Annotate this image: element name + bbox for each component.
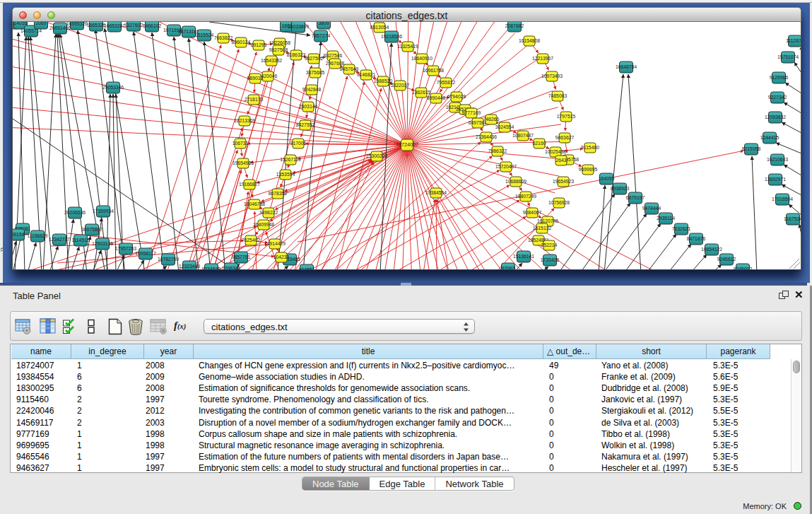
svg-text:2718170: 2718170	[245, 97, 264, 102]
svg-text:19384554: 19384554	[425, 190, 447, 195]
svg-text:746266: 746266	[483, 117, 500, 122]
svg-text:6794028: 6794028	[447, 94, 466, 99]
svg-text:7663822: 7663822	[214, 35, 233, 40]
svg-text:17957253: 17957253	[115, 246, 136, 251]
svg-text:106731: 106731	[233, 141, 249, 146]
svg-text:19166827: 19166827	[239, 182, 260, 187]
svg-text:3624554: 3624554	[495, 124, 514, 129]
svg-text:16648784: 16648784	[616, 64, 637, 69]
svg-text:104233: 104233	[273, 255, 290, 259]
svg-text:10046788: 10046788	[244, 201, 265, 206]
svg-text:10654122: 10654122	[701, 247, 722, 252]
svg-text:8186323: 8186323	[287, 52, 306, 57]
svg-text:15136141: 15136141	[513, 254, 534, 259]
svg-text:1733426: 1733426	[541, 257, 560, 262]
svg-text:97063: 97063	[502, 266, 515, 269]
svg-text:164095: 164095	[599, 176, 615, 181]
svg-text:17359934: 17359934	[93, 209, 114, 214]
svg-text:15751074: 15751074	[777, 54, 799, 59]
svg-text:917006: 917006	[290, 141, 307, 146]
svg-text:9463627: 9463627	[555, 135, 575, 140]
svg-text:10025438: 10025438	[545, 149, 566, 154]
svg-text:8990448: 8990448	[427, 95, 446, 100]
svg-text:1167534: 1167534	[784, 216, 801, 221]
svg-text:1665326: 1665326	[87, 23, 106, 28]
svg-text:2935114: 2935114	[657, 216, 675, 221]
svg-text:16653267: 16653267	[104, 23, 125, 28]
svg-text:18226058: 18226058	[269, 40, 290, 45]
svg-text:18640910: 18640910	[411, 56, 433, 61]
svg-text:2643: 2643	[555, 158, 566, 163]
svg-text:9115460: 9115460	[581, 145, 599, 150]
svg-text:10958117: 10958117	[135, 251, 156, 256]
svg-text:2087682: 2087682	[505, 23, 524, 28]
svg-text:9084067: 9084067	[523, 210, 542, 215]
svg-text:8813054: 8813054	[370, 25, 389, 30]
svg-text:1706344: 1706344	[222, 266, 241, 269]
svg-text:11156829: 11156829	[27, 233, 47, 238]
svg-text:9699695: 9699695	[579, 167, 598, 172]
svg-text:12213369: 12213369	[234, 118, 255, 123]
svg-text:8678352: 8678352	[269, 191, 288, 196]
svg-text:3809: 3809	[318, 22, 329, 25]
svg-text:12342737: 12342737	[49, 237, 70, 242]
svg-text:19218506: 19218506	[381, 34, 402, 39]
svg-text:10756928: 10756928	[548, 200, 570, 205]
svg-text:18724007: 18724007	[396, 141, 418, 148]
svg-text:12093832: 12093832	[765, 115, 786, 119]
svg-text:9327546: 9327546	[324, 53, 343, 58]
svg-text:9146821: 9146821	[357, 72, 376, 77]
svg-text:16120746: 16120746	[537, 218, 558, 223]
svg-text:16409948: 16409948	[253, 222, 274, 227]
svg-text:9242848: 9242848	[302, 87, 322, 92]
svg-text:1114519: 1114519	[71, 238, 90, 243]
svg-text:20691406: 20691406	[49, 25, 71, 30]
svg-text:21364436: 21364436	[476, 134, 497, 139]
svg-text:12323448: 12323448	[179, 264, 200, 269]
svg-text:10973493: 10973493	[541, 74, 563, 78]
svg-text:9857791: 9857791	[232, 255, 251, 259]
svg-text:20206536: 20206536	[64, 210, 86, 215]
svg-text:1244415: 1244415	[760, 135, 779, 140]
svg-text:7857274: 7857274	[312, 33, 331, 38]
svg-text:904551: 904551	[299, 267, 315, 269]
svg-text:2069: 2069	[35, 22, 46, 25]
svg-text:9227342: 9227342	[768, 95, 787, 100]
svg-text:1797515: 1797515	[557, 114, 576, 119]
svg-text:9234648: 9234648	[202, 267, 221, 269]
svg-text:62160: 62160	[533, 141, 546, 146]
svg-text:891295: 891295	[251, 42, 267, 47]
svg-text:7986322: 7986322	[488, 148, 507, 153]
svg-text:2803144: 2803144	[299, 104, 318, 109]
svg-text:989013: 989013	[247, 76, 264, 81]
svg-text:19654985: 19654985	[233, 160, 254, 165]
svg-text:10807487: 10807487	[512, 133, 534, 138]
svg-text:8471676: 8471676	[687, 236, 706, 241]
svg-text:15720407: 15720407	[495, 164, 517, 169]
svg-text:9245012: 9245012	[734, 267, 753, 269]
svg-text:8960124: 8960124	[232, 40, 251, 45]
svg-text:7485063: 7485063	[548, 93, 567, 98]
svg-text:19654923: 19654923	[553, 179, 574, 184]
svg-text:16154808: 16154808	[519, 38, 540, 43]
svg-text:3875685: 3875685	[306, 70, 325, 75]
svg-text:25300203: 25300203	[366, 153, 387, 158]
svg-text:9777169: 9777169	[462, 110, 481, 115]
svg-text:7625402: 7625402	[242, 238, 261, 243]
svg-text:252214: 252214	[541, 243, 558, 247]
svg-text:29053346: 29053346	[102, 85, 124, 90]
svg-text:5322037: 5322037	[391, 83, 410, 88]
svg-text:11325419: 11325419	[397, 44, 418, 49]
svg-text:30975867: 30975867	[81, 227, 102, 232]
svg-text:12213967: 12213967	[532, 56, 553, 61]
svg-text:12503135: 12503135	[92, 241, 113, 246]
svg-text:6879197: 6879197	[626, 195, 645, 200]
svg-text:1615132: 1615132	[533, 226, 552, 230]
svg-text:1353594: 1353594	[276, 172, 295, 177]
svg-text:16782759: 16782759	[158, 257, 179, 262]
svg-text:8938923: 8938923	[611, 186, 630, 191]
svg-text:9129966: 9129966	[770, 75, 789, 80]
svg-text:8457649: 8457649	[340, 66, 359, 71]
svg-text:7955812: 7955812	[437, 80, 456, 85]
svg-text:16955326: 16955326	[66, 22, 88, 26]
